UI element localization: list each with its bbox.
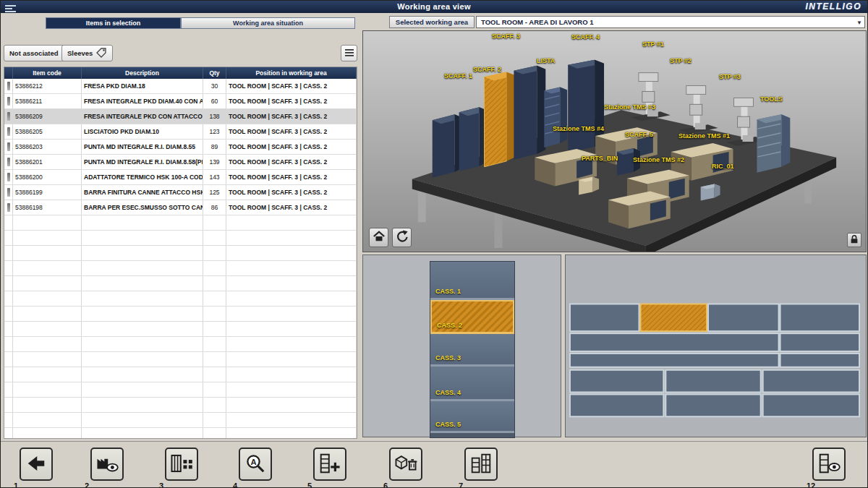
table-row[interactable]: 53886212FRESA PKD DIAM.1830TOOL ROOM | S… [4, 79, 357, 94]
tab-working-area-situation[interactable]: Working area situation [181, 17, 355, 29]
working-area-dropdown[interactable]: TOOL ROOM - AREA DI LAVORO 1 ▼ [476, 16, 865, 28]
cabinet-drawer[interactable]: CASS. 3 [430, 334, 514, 367]
filter-bar: Not associated Sleeves [4, 45, 357, 62]
table-row[interactable]: 53886203PUNTA MD INTEGRALE R.I. DIAM.8.5… [4, 140, 357, 155]
col-item-code[interactable]: Item code [13, 67, 82, 79]
qty-cell: 123 [203, 124, 226, 139]
qty-cell: 139 [203, 155, 226, 169]
working-area-value: TOOL ROOM - AREA DI LAVORO 1 [481, 18, 594, 26]
scene-3d-view[interactable]: SCAFF. 1SCAFF. 2SCAFF. 3SCAFF. 4LISTASTP… [362, 30, 867, 252]
window-title: Working area view [1, 1, 867, 13]
table-row[interactable]: 53886211FRESA INTEGRALE PKD DIAM.40 CON … [4, 94, 357, 109]
table-row-empty [4, 231, 357, 246]
item-code-cell: 53886205 [13, 124, 82, 139]
cabinet-drawers: CASS. 1CASS. 2CASS. 3CASS. 4CASS. 5 [430, 261, 515, 438]
shelf-eye-icon [817, 453, 841, 476]
table-row-empty [4, 337, 357, 352]
not-associated-label: Not associated [9, 49, 59, 57]
toolbar-button-5[interactable] [313, 448, 346, 481]
table-row-empty [4, 367, 357, 382]
lock-icon [849, 234, 859, 247]
table-row[interactable]: 53886205LISCIATOIO PKD DIAM.10123TOOL RO… [4, 124, 357, 140]
toolbar-button-7[interactable] [464, 448, 498, 481]
reset-rotation-button[interactable] [392, 228, 412, 247]
item-code-cell: 53886203 [13, 140, 82, 154]
qty-cell: 86 [203, 200, 226, 215]
position-cell: TOOL ROOM | SCAFF. 3 | CASS. 2 [226, 109, 357, 124]
home-view-button[interactable] [369, 228, 388, 247]
toolbar-button-6[interactable] [389, 448, 422, 481]
table-row-empty [4, 428, 357, 439]
cabinet-drawer[interactable]: CASS. 4 [430, 367, 514, 401]
lock-view-button[interactable] [847, 233, 861, 247]
item-code-cell: 53886199 [13, 185, 82, 200]
description-cell: BARRA FINITURA CANNE ATTACCO HSK 1... [82, 185, 203, 200]
toolbar-button-12[interactable] [812, 448, 846, 481]
tool-item-icon [4, 200, 13, 215]
position-cell: TOOL ROOM | SCAFF. 3 | CASS. 2 [226, 170, 357, 184]
toolbar-button-3[interactable] [165, 448, 198, 481]
intelligo-logo: INTELLIGO [806, 1, 862, 12]
description-cell: FRESA PKD DIAM.18 [82, 79, 203, 93]
tool-item-icon [4, 170, 13, 184]
qty-cell: 30 [203, 79, 226, 93]
item-code-cell: 53886200 [13, 170, 82, 184]
tag-icon [96, 48, 107, 59]
item-code-cell: 53886209 [13, 109, 82, 124]
drawer-label: CASS. 4 [435, 389, 461, 396]
qty-cell: 143 [203, 170, 226, 184]
working-area-panel: Selected working area TOOL ROOM - AREA D… [360, 13, 868, 440]
drawer-layout-view[interactable] [565, 254, 867, 437]
cabinet-front-view[interactable]: CASS. 1CASS. 2CASS. 3CASS. 4CASS. 5 [362, 254, 561, 437]
toolbar-button-number: 6 [383, 481, 388, 488]
toolbar-button-number: 3 [159, 481, 163, 488]
shelf-plus-icon [318, 453, 341, 476]
tool-item-icon [4, 124, 13, 139]
table-row-empty [4, 322, 357, 337]
category-label: Sleeves [67, 49, 93, 57]
table-row[interactable]: 53886199BARRA FINITURA CANNE ATTACCO HSK… [4, 185, 357, 200]
selected-working-area-label[interactable]: Selected working area [389, 16, 475, 28]
toolbar-button-4[interactable]: A [239, 448, 272, 481]
table-row[interactable]: 53886209FRESA INTEGRALE PKD CON ATTACCO … [4, 109, 357, 124]
category-dropdown[interactable]: Sleeves [61, 45, 113, 61]
description-cell: PUNTA MD INTEGRALE R.I. DIAM.8.55 [82, 140, 203, 154]
table-row[interactable]: 53886200ADATTATORE TERMICO HSK 100-A COD… [4, 170, 357, 185]
toolbar-button-2[interactable] [90, 448, 124, 481]
table-row-empty [4, 382, 357, 398]
col-position[interactable]: Position in working area [226, 67, 357, 79]
qty-cell: 60 [203, 94, 226, 108]
item-code-cell: 53886211 [13, 94, 82, 108]
tab-items-in-selection[interactable]: Items in selection [46, 17, 181, 29]
cabinet-drawer[interactable]: CASS. 1 [430, 262, 514, 300]
table-row-empty [4, 246, 357, 261]
toolbar-button-number: 2 [85, 481, 89, 488]
toolbar-button-number: 12 [807, 481, 815, 488]
home-icon [373, 230, 386, 245]
table-row[interactable]: 53886201PUNTA MD INTEGRALE R.I. DIAM.8.5… [4, 155, 357, 170]
description-cell: LISCIATOIO PKD DIAM.10 [82, 124, 203, 139]
qty-cell: 89 [203, 140, 226, 154]
col-qty[interactable]: Qty [203, 67, 226, 79]
item-code-cell: 53886212 [13, 79, 82, 93]
qty-cell: 125 [203, 185, 226, 200]
position-cell: TOOL ROOM | SCAFF. 3 | CASS. 2 [226, 155, 357, 169]
table-row-empty [4, 413, 357, 428]
description-cell: FRESA INTEGRALE PKD DIAM.40 CON ATT... [82, 94, 203, 108]
items-table: Item code Description Qty Position in wo… [4, 67, 357, 439]
table-header: Item code Description Qty Position in wo… [4, 67, 357, 79]
cabinet-drawer[interactable]: CASS. 5 [430, 401, 514, 433]
description-cell: FRESA INTEGRALE PKD CON ATTACCO H... [82, 109, 203, 124]
toolbar-button-1[interactable] [20, 448, 53, 481]
box-trash-icon [394, 453, 417, 476]
item-code-cell: 53886198 [13, 200, 82, 215]
col-description[interactable]: Description [82, 67, 203, 79]
table-row-empty [4, 291, 357, 307]
table-menu-button[interactable] [341, 45, 357, 61]
tool-item-icon [4, 185, 13, 200]
cabinet-drawer[interactable]: CASS. 2 [430, 300, 514, 334]
table-row-empty [4, 261, 357, 276]
toolbar-button-number: 7 [459, 481, 463, 488]
table-row[interactable]: 53886198BARRA PER ESEC.SMUSSO SOTTO CANN… [4, 200, 357, 215]
position-cell: TOOL ROOM | SCAFF. 3 | CASS. 2 [226, 185, 357, 200]
